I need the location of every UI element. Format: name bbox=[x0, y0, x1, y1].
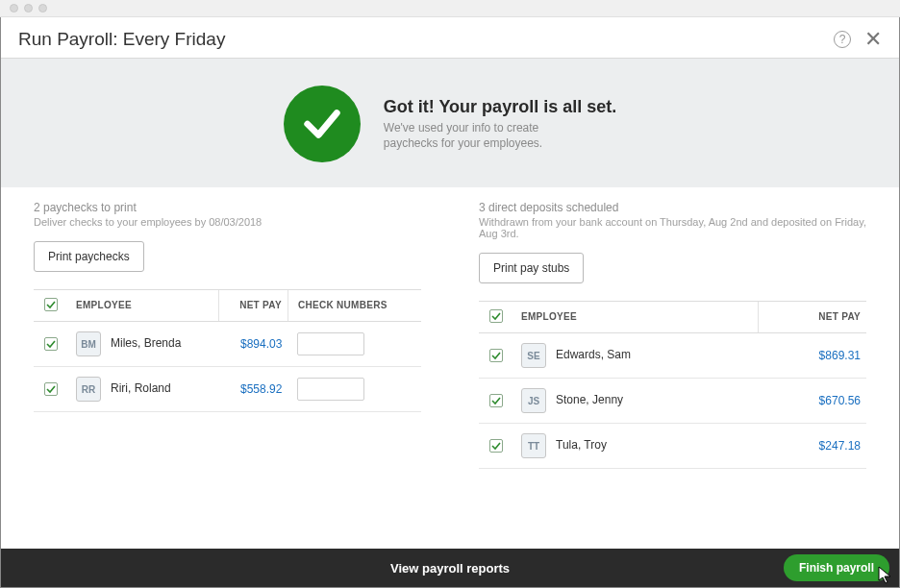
employee-avatar: TT bbox=[521, 433, 546, 458]
app-frame: Run Payroll: Every Friday ? ✕ Got it! Yo… bbox=[0, 17, 900, 588]
hero-heading: Got it! Your payroll is all set. bbox=[384, 97, 616, 117]
employee-avatar: JS bbox=[521, 388, 546, 413]
success-check-icon bbox=[284, 86, 361, 162]
traffic-max-icon[interactable] bbox=[38, 4, 47, 12]
title-actions: ? ✕ bbox=[834, 29, 882, 50]
print-paychecks-button[interactable]: Print paychecks bbox=[34, 241, 144, 272]
hero-text: Got it! Your payroll is all set. We've u… bbox=[384, 97, 616, 151]
finish-payroll-button[interactable]: Finish payroll bbox=[784, 554, 889, 581]
table-row: TTTula, Troy$247.18 bbox=[479, 424, 866, 469]
paychecks-sub: Deliver checks to your employees by 08/0… bbox=[34, 216, 421, 228]
col-employee: EMPLOYEE bbox=[513, 302, 759, 333]
net-pay-amount: $869.31 bbox=[819, 349, 861, 362]
row-checkbox[interactable] bbox=[489, 394, 503, 407]
table-row: SEEdwards, Sam$869.31 bbox=[479, 333, 866, 379]
table-row: BMMiles, Brenda$894.03 bbox=[34, 322, 421, 367]
employee-name: Miles, Brenda bbox=[111, 336, 181, 350]
traffic-min-icon[interactable] bbox=[24, 4, 33, 12]
body-content: 2 paychecks to print Deliver checks to y… bbox=[1, 187, 899, 549]
select-all-checkbox[interactable] bbox=[489, 309, 503, 323]
paychecks-column: 2 paychecks to print Deliver checks to y… bbox=[34, 201, 421, 549]
footer-bar: View payroll reports Finish payroll bbox=[1, 549, 899, 587]
select-all-header bbox=[34, 290, 68, 322]
deposits-column: 3 direct deposits scheduled Withdrawn fr… bbox=[479, 201, 866, 549]
row-checkbox[interactable] bbox=[489, 439, 503, 453]
col-checknum: CHECK NUMBERS bbox=[288, 290, 421, 322]
paychecks-heading: 2 paychecks to print bbox=[34, 201, 421, 214]
employee-name: Edwards, Sam bbox=[556, 348, 631, 361]
col-netpay: NET PAY bbox=[218, 290, 288, 322]
employee-name: Stone, Jenny bbox=[556, 393, 623, 406]
check-number-input[interactable] bbox=[297, 332, 364, 355]
hero-sub: We've used your info to create paychecks… bbox=[384, 121, 586, 151]
employee-avatar: BM bbox=[76, 331, 101, 356]
table-row: JSStone, Jenny$670.56 bbox=[479, 379, 866, 424]
deposits-tbody: SEEdwards, Sam$869.31JSStone, Jenny$670.… bbox=[479, 333, 866, 469]
employee-avatar: SE bbox=[521, 343, 546, 368]
col-employee: EMPLOYEE bbox=[68, 290, 218, 322]
deposits-table: EMPLOYEE NET PAY SEEdwards, Sam$869.31JS… bbox=[479, 301, 866, 469]
paychecks-table: EMPLOYEE NET PAY CHECK NUMBERS BMMiles, … bbox=[34, 289, 421, 412]
row-checkbox[interactable] bbox=[44, 337, 58, 351]
net-pay-amount: $894.03 bbox=[240, 337, 282, 351]
title-bar: Run Payroll: Every Friday ? ✕ bbox=[1, 17, 899, 59]
col-netpay: NET PAY bbox=[759, 302, 866, 333]
view-reports-link[interactable]: View payroll reports bbox=[390, 561, 510, 576]
net-pay-amount: $558.92 bbox=[240, 382, 282, 396]
deposits-heading: 3 direct deposits scheduled bbox=[479, 201, 866, 214]
traffic-close-icon[interactable] bbox=[10, 4, 18, 12]
page-title: Run Payroll: Every Friday bbox=[18, 29, 225, 50]
table-row: RRRiri, Roland$558.92 bbox=[34, 367, 421, 412]
window-chrome bbox=[0, 0, 900, 17]
employee-avatar: RR bbox=[76, 377, 101, 402]
close-icon[interactable]: ✕ bbox=[864, 29, 882, 50]
employee-name: Riri, Roland bbox=[111, 381, 171, 395]
select-all-header bbox=[479, 302, 513, 333]
net-pay-amount: $247.18 bbox=[819, 439, 861, 453]
help-icon[interactable]: ? bbox=[834, 31, 851, 48]
net-pay-amount: $670.56 bbox=[819, 394, 861, 407]
check-number-input[interactable] bbox=[297, 378, 364, 401]
hero-banner: Got it! Your payroll is all set. We've u… bbox=[1, 59, 899, 187]
deposits-sub: Withdrawn from your bank account on Thur… bbox=[479, 216, 866, 239]
row-checkbox[interactable] bbox=[44, 382, 58, 396]
paychecks-tbody: BMMiles, Brenda$894.03RRRiri, Roland$558… bbox=[34, 322, 421, 412]
employee-name: Tula, Troy bbox=[556, 438, 607, 452]
print-pay-stubs-button[interactable]: Print pay stubs bbox=[479, 253, 584, 283]
select-all-checkbox[interactable] bbox=[44, 298, 58, 311]
row-checkbox[interactable] bbox=[489, 349, 503, 362]
